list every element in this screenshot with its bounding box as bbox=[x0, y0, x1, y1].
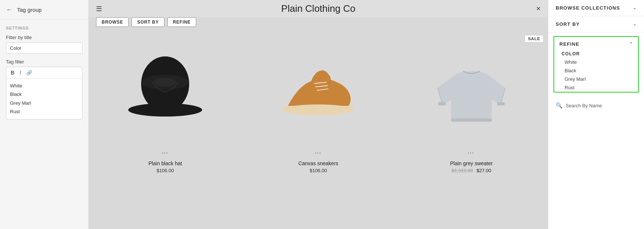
link-button[interactable]: 🔗 bbox=[25, 69, 34, 76]
sweater-image-area: SALE bbox=[395, 31, 548, 149]
sweater-image bbox=[431, 49, 512, 130]
sort-by-section: SORT BY ⌄ bbox=[548, 16, 644, 32]
store-title: Plain Clothing Co bbox=[281, 3, 355, 14]
italic-button[interactable]: I bbox=[18, 69, 23, 76]
hamburger-button[interactable]: ☰ bbox=[96, 5, 102, 13]
tag-item-grey-marl: Grey Marl bbox=[10, 99, 78, 107]
refine-label: REFINE bbox=[559, 41, 579, 47]
svg-point-3 bbox=[154, 78, 176, 87]
left-panel: ← Tag group SETTINGS Filter by title Tag… bbox=[0, 0, 89, 229]
filter-by-title-input[interactable] bbox=[6, 42, 82, 54]
filter-by-title-label: Filter by title bbox=[6, 35, 82, 40]
nav-bar: BROWSE SORT BY REFINE bbox=[89, 17, 548, 31]
color-item-white[interactable]: White bbox=[554, 58, 638, 66]
sweater-sale-price: $27.00 bbox=[477, 168, 491, 173]
main-area: ☰ Plain Clothing Co × BROWSE SORT BY REF… bbox=[89, 0, 548, 229]
tag-filter-editor: B I 🔗 White Black Grey Marl Rust bbox=[6, 67, 82, 119]
browse-collections-section: BROWSE COLLECTIONS ⌄ bbox=[548, 0, 644, 16]
shoe-price: $106.00 bbox=[310, 168, 327, 173]
hat-image bbox=[125, 53, 206, 126]
tag-filter-label: Tag filter bbox=[6, 59, 82, 65]
sort-by-chevron: ⌄ bbox=[633, 22, 637, 27]
sweater-name: Plain grey sweater bbox=[450, 160, 493, 166]
product-card-hat: ⋯ Plain black hat $106.00 bbox=[89, 31, 242, 229]
close-button[interactable]: × bbox=[536, 4, 541, 13]
shoe-name: Canvas sneakers bbox=[298, 160, 338, 166]
browse-collections-header[interactable]: BROWSE COLLECTIONS ⌄ bbox=[556, 5, 637, 11]
settings-section: SETTINGS Filter by title Tag filter B I … bbox=[0, 20, 88, 125]
hat-dots[interactable]: ⋯ bbox=[161, 149, 169, 157]
product-card-shoe: ⋯ Canvas sneakers $106.00 bbox=[242, 31, 395, 229]
svg-rect-9 bbox=[284, 106, 352, 111]
shoe-dots[interactable]: ⋯ bbox=[314, 149, 322, 157]
color-label: COLOR bbox=[554, 50, 638, 58]
products-grid: ⋯ Plain black hat $106.00 ⋯ Ca bbox=[89, 31, 548, 229]
tag-item-black: Black bbox=[10, 90, 78, 98]
hat-image-area bbox=[89, 31, 242, 149]
browse-collections-chevron: ⌄ bbox=[633, 6, 637, 10]
shoe-image bbox=[277, 56, 359, 123]
color-item-black[interactable]: Black bbox=[554, 66, 638, 75]
refine-button[interactable]: REFINE bbox=[167, 17, 196, 27]
search-by-name-text: Search By Name bbox=[566, 103, 602, 108]
browse-button[interactable]: BROWSE bbox=[96, 17, 129, 27]
sort-by-button[interactable]: SORT BY bbox=[132, 17, 164, 27]
sort-by-label: SORT BY bbox=[556, 21, 580, 27]
sale-badge: SALE bbox=[525, 35, 544, 42]
bold-button[interactable]: B bbox=[9, 69, 16, 76]
refine-chevron: ⌃ bbox=[629, 42, 633, 46]
browse-collections-label: BROWSE COLLECTIONS bbox=[556, 5, 620, 11]
tag-filter-toolbar: B I 🔗 bbox=[6, 67, 82, 79]
tag-item-rust: Rust bbox=[10, 107, 78, 116]
left-panel-header: ← Tag group bbox=[0, 0, 88, 20]
color-item-rust[interactable]: Rust bbox=[554, 83, 638, 92]
sweater-dots[interactable]: ⋯ bbox=[467, 149, 475, 157]
search-by-name-row[interactable]: 🔍 Search By Name bbox=[548, 96, 644, 115]
left-panel-title: Tag group bbox=[17, 7, 42, 13]
svg-rect-10 bbox=[451, 118, 492, 122]
refine-box: REFINE ⌃ COLOR White Black Grey Marl Rus… bbox=[553, 36, 639, 93]
tag-filter-list: White Black Grey Marl Rust bbox=[6, 79, 82, 119]
refine-header[interactable]: REFINE ⌃ bbox=[554, 37, 638, 50]
product-card-sweater: SALE ⋯ Plain grey sweater bbox=[395, 31, 548, 229]
sort-by-header[interactable]: SORT BY ⌄ bbox=[556, 21, 637, 27]
hat-price: $106.00 bbox=[157, 168, 174, 173]
sweater-original-price: $1,315.00 bbox=[452, 168, 473, 173]
main-header: ☰ Plain Clothing Co × bbox=[89, 0, 548, 17]
sweater-price: $1,315.00 $27.00 bbox=[452, 168, 491, 173]
svg-rect-12 bbox=[497, 102, 504, 105]
color-item-grey-marl[interactable]: Grey Marl bbox=[554, 75, 638, 83]
tag-item-white: White bbox=[10, 81, 78, 90]
svg-rect-11 bbox=[438, 102, 446, 105]
hat-name: Plain black hat bbox=[149, 160, 182, 166]
back-button[interactable]: ← bbox=[6, 6, 13, 14]
search-icon: 🔍 bbox=[556, 102, 563, 109]
settings-label: SETTINGS bbox=[6, 26, 82, 30]
right-panel: BROWSE COLLECTIONS ⌄ SORT BY ⌄ REFINE ⌃ … bbox=[548, 0, 644, 229]
shoe-image-area bbox=[242, 31, 395, 149]
